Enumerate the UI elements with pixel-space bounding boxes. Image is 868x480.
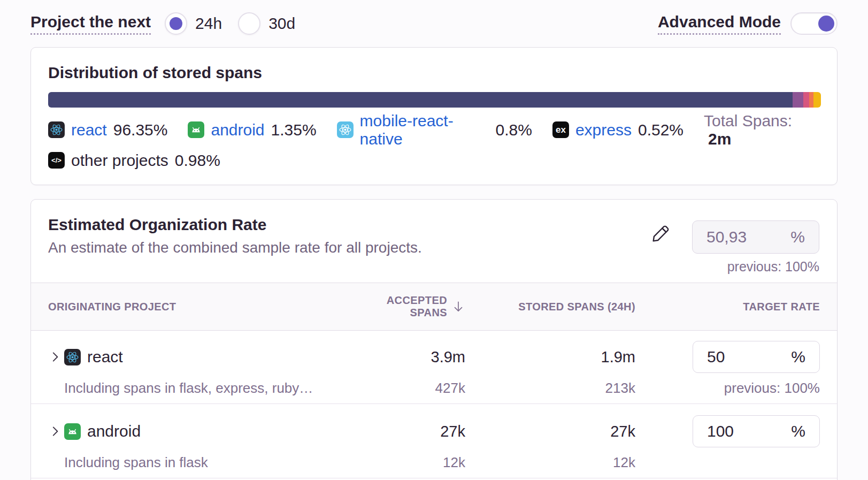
- topbar: Project the next 24h 30d Advanced Mode: [0, 0, 868, 35]
- project-the-next-label: Project the next: [30, 13, 151, 35]
- legend-express-link[interactable]: express: [575, 121, 632, 139]
- legend-other-projects-label: other projects: [71, 151, 168, 170]
- react-icon: [64, 349, 81, 365]
- legend-mobile-react-native-percent: 0.8%: [496, 121, 532, 139]
- android-sub-accepted: 12k: [380, 454, 465, 471]
- legend-item-react: react 96.35%: [48, 121, 167, 139]
- react-included-spans-note: Including spans in flask, express, ruby…: [48, 380, 380, 397]
- react-rate-previous: previous: 100%: [635, 380, 820, 397]
- org-rate-value: 50,93: [706, 228, 747, 246]
- react-sub-line: Including spans in flask, express, ruby……: [48, 380, 820, 394]
- legend-item-android: android 1.35%: [188, 121, 316, 139]
- legend-android-link[interactable]: android: [211, 121, 264, 139]
- react-main-line: react 3.9m 1.9m 50 %: [48, 340, 820, 374]
- legend-row-1: react 96.35% android 1.35% mobile-react-…: [48, 121, 820, 138]
- legend-other-projects-percent: 0.98%: [175, 151, 220, 170]
- percent-suffix: %: [791, 422, 805, 440]
- percent-suffix: %: [790, 228, 805, 246]
- expand-chevron-icon[interactable]: [48, 424, 64, 438]
- legend-express-percent: 0.52%: [638, 121, 683, 139]
- android-sub-line: Including spans in flask 12k 12k: [48, 454, 820, 468]
- expand-chevron-icon[interactable]: [48, 350, 64, 364]
- android-accepted-spans: 27k: [380, 423, 465, 440]
- table-row-android: android 27k 27k 100 % Including spans in…: [31, 404, 837, 478]
- react-target-rate-input[interactable]: 50 %: [693, 341, 820, 373]
- bar-segment-mobile-react-native[interactable]: [803, 92, 810, 108]
- distribution-card: Distribution of stored spans react 96.35…: [30, 47, 838, 185]
- legend-item-mobile-react-native: mobile-react-native 0.8%: [337, 112, 532, 148]
- react-icon: [337, 121, 354, 138]
- legend-android-percent: 1.35%: [271, 121, 317, 139]
- org-rate-header: Estimated Organization Rate An estimate …: [31, 200, 837, 283]
- radio-30d-label[interactable]: 30d: [268, 14, 295, 33]
- react-accepted-spans: 3.9m: [380, 348, 465, 366]
- android-included-spans-note: Including spans in flask: [48, 454, 380, 471]
- stored-spans-stacked-bar: [48, 92, 821, 108]
- legend-row-2: </> other projects 0.98%: [48, 152, 820, 169]
- android-icon: [64, 423, 81, 440]
- legend-react-percent: 96.35%: [113, 121, 168, 139]
- bar-segment-express[interactable]: [809, 92, 813, 108]
- express-icon: ex: [552, 121, 569, 138]
- bar-segment-react[interactable]: [48, 92, 793, 108]
- edit-rate-button[interactable]: [651, 224, 670, 243]
- total-spans-value: 2m: [708, 130, 731, 148]
- col-stored-spans: Stored Spans (24h): [465, 301, 635, 313]
- radio-24h[interactable]: [165, 12, 187, 35]
- sampling-settings-page: Project the next 24h 30d Advanced Mode D…: [0, 0, 868, 480]
- android-main-line: android 27k 27k 100 %: [48, 415, 820, 448]
- react-project-cell: react: [48, 348, 380, 366]
- android-target-rate-value: 100: [707, 422, 734, 440]
- react-sub-stored: 213k: [465, 380, 635, 397]
- bar-segment-other[interactable]: [813, 92, 821, 108]
- react-sub-accepted: 427k: [380, 380, 465, 397]
- org-rate-input[interactable]: 50,93 %: [692, 220, 819, 254]
- sort-desc-icon: [451, 300, 465, 314]
- android-rate-cell: 100 %: [635, 415, 820, 447]
- org-rate-card: Estimated Organization Rate An estimate …: [30, 199, 838, 480]
- react-icon: [48, 121, 65, 138]
- android-sub-stored: 12k: [465, 454, 635, 471]
- advanced-mode-toggle[interactable]: [790, 12, 838, 35]
- toggle-knob: [818, 16, 834, 32]
- legend-mobile-react-native-link[interactable]: mobile-react-native: [360, 112, 489, 148]
- org-rate-previous: previous: 100%: [727, 259, 819, 275]
- radio-30d[interactable]: [238, 12, 260, 35]
- period-radio-group: 24h 30d: [165, 12, 311, 35]
- advanced-mode-label: Advanced Mode: [658, 13, 781, 35]
- col-accepted-spans-label: Accepted Spans: [380, 294, 447, 319]
- react-stored-spans: 1.9m: [465, 348, 635, 366]
- topbar-right: Advanced Mode: [658, 12, 838, 35]
- react-target-rate-value: 50: [707, 348, 725, 366]
- react-rate-cell: 50 %: [635, 341, 820, 373]
- radio-24h-dot: [170, 17, 182, 30]
- bar-segment-android[interactable]: [793, 92, 803, 108]
- col-accepted-spans[interactable]: Accepted Spans: [380, 294, 465, 319]
- radio-30d-dot: [243, 17, 256, 30]
- radio-24h-label[interactable]: 24h: [195, 14, 222, 33]
- table-row-react: react 3.9m 1.9m 50 % Including spans in …: [31, 331, 837, 404]
- android-icon: [188, 121, 204, 138]
- total-spans-label: Total Spans:: [704, 112, 792, 129]
- android-target-rate-input[interactable]: 100 %: [693, 415, 820, 447]
- total-spans: Total Spans: 2m: [704, 112, 820, 148]
- android-project-name: android: [87, 422, 141, 440]
- pencil-icon: [651, 225, 670, 243]
- code-icon: </>: [48, 152, 65, 169]
- distribution-card-title: Distribution of stored spans: [48, 64, 820, 82]
- legend-item-other-projects: </> other projects 0.98%: [48, 151, 220, 170]
- android-project-cell: android: [48, 422, 380, 440]
- col-target-rate: Target Rate: [635, 301, 820, 313]
- legend-item-express: ex express 0.52%: [552, 121, 683, 139]
- table-header: Originating Project Accepted Spans Store…: [31, 283, 837, 331]
- legend-react-link[interactable]: react: [71, 121, 107, 139]
- col-originating-project: Originating Project: [48, 301, 380, 313]
- percent-suffix: %: [791, 348, 805, 366]
- react-project-name: react: [87, 348, 123, 366]
- android-stored-spans: 27k: [465, 423, 635, 440]
